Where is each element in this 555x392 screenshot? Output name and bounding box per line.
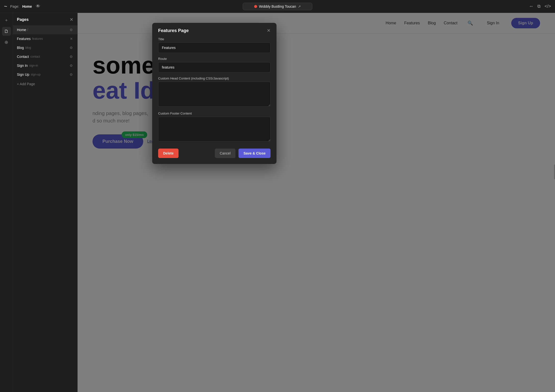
page-item-signup-route: sign-up bbox=[31, 73, 41, 76]
title-field-group: Title bbox=[158, 37, 271, 53]
page-item-signup[interactable]: Sign Up sign-up ⚙ bbox=[13, 70, 77, 79]
page-item-blog[interactable]: Blog blog ⚙ bbox=[13, 43, 77, 52]
page-item-signup-actions: ⚙ bbox=[69, 72, 73, 77]
modal-header: Features Page ✕ bbox=[152, 23, 277, 37]
page-item-blog-actions: ⚙ bbox=[69, 45, 73, 50]
page-item-blog-settings-icon[interactable]: ⚙ bbox=[69, 45, 73, 50]
modal-title: Features Page bbox=[158, 28, 189, 33]
page-item-contact-actions: ⚙ bbox=[69, 54, 73, 59]
page-item-signin-route: sign-in bbox=[29, 64, 38, 67]
page-item-home-actions: ⚙ bbox=[69, 27, 73, 32]
page-item-signin-name: Sign In bbox=[17, 64, 28, 68]
modal-body: Title Route Custom Head Content (includi… bbox=[152, 37, 277, 149]
title-field-label: Title bbox=[158, 37, 271, 41]
page-item-contact-name: Contact bbox=[17, 55, 29, 59]
delete-button[interactable]: Delete bbox=[158, 149, 179, 158]
save-close-button[interactable]: Save & Close bbox=[238, 149, 271, 158]
page-item-contact-settings-icon[interactable]: ⚙ bbox=[69, 54, 73, 59]
custom-footer-field-group: Custom Footer Content bbox=[158, 112, 271, 143]
page-item-features-actions: ✕ bbox=[69, 36, 73, 41]
modal-actions: Delete Cancel Save & Close bbox=[152, 149, 277, 164]
current-page-name: Home bbox=[22, 4, 32, 8]
topbar-right-actions: ↔ ⧉ </> bbox=[529, 4, 551, 9]
page-item-signin-actions: ⚙ bbox=[69, 63, 73, 68]
main-preview-area: Home Features Blog Contact 🔍 Sign In Sig… bbox=[78, 13, 555, 392]
page-item-features-route: features bbox=[32, 37, 43, 40]
page-item-features-name: Features bbox=[17, 37, 31, 41]
code-icon[interactable]: </> bbox=[545, 4, 551, 9]
topbar: ~ Page: Home 👁 Wobbly Bustling Toucan ↗ … bbox=[0, 0, 555, 13]
page-item-contact-route: contact bbox=[30, 55, 40, 58]
site-status-dot bbox=[254, 5, 257, 8]
page-settings-icon[interactable]: ⚙ bbox=[69, 27, 73, 32]
pages-panel-close-button[interactable]: ✕ bbox=[70, 17, 73, 22]
page-item-home-slash: / bbox=[26, 28, 28, 32]
logo-icon[interactable]: ~ bbox=[4, 3, 7, 10]
features-page-modal: Features Page ✕ Title Route bbox=[152, 23, 277, 164]
pages-panel-title: Pages bbox=[17, 17, 29, 22]
modal-overlay: Features Page ✕ Title Route bbox=[78, 13, 555, 392]
custom-head-field-label: Custom Head Content (including CSS/Javas… bbox=[158, 77, 271, 80]
page-item-signin-settings-icon[interactable]: ⚙ bbox=[69, 63, 73, 68]
page-item-signup-name: Sign Up bbox=[17, 73, 29, 77]
add-block-icon-btn[interactable]: ⊕ bbox=[2, 38, 11, 47]
custom-footer-field-label: Custom Footer Content bbox=[158, 112, 271, 115]
page-item-signin[interactable]: Sign In sign-in ⚙ bbox=[13, 61, 77, 70]
page-item-blog-route: blog bbox=[25, 46, 31, 49]
topbar-center: Wobbly Bustling Toucan ↗ bbox=[243, 3, 312, 10]
page-label: Page: bbox=[10, 4, 19, 8]
arrows-icon[interactable]: ↔ bbox=[529, 4, 533, 9]
site-name: Wobbly Bustling Toucan bbox=[259, 4, 296, 8]
custom-footer-textarea[interactable] bbox=[158, 117, 271, 142]
route-field-group: Route bbox=[158, 57, 271, 73]
external-link-icon[interactable]: ↗ bbox=[298, 4, 301, 8]
pages-icon-btn[interactable]: 🗋 bbox=[2, 27, 11, 36]
copy-icon[interactable]: ⧉ bbox=[537, 4, 541, 9]
route-input[interactable] bbox=[158, 62, 271, 73]
page-item-contact[interactable]: Contact contact ⚙ bbox=[13, 52, 77, 61]
page-item-blog-name: Blog bbox=[17, 46, 24, 50]
custom-head-textarea[interactable] bbox=[158, 82, 271, 107]
page-item-home[interactable]: Home / ⚙ bbox=[13, 25, 77, 34]
page-item-signup-settings-icon[interactable]: ⚙ bbox=[69, 72, 73, 77]
eye-icon[interactable]: 👁 bbox=[36, 4, 40, 9]
page-item-features-close-icon[interactable]: ✕ bbox=[69, 36, 73, 41]
pages-panel: Pages ✕ Home / ⚙ Features features ✕ Blo… bbox=[13, 13, 78, 392]
route-field-label: Route bbox=[158, 57, 271, 61]
site-name-pill[interactable]: Wobbly Bustling Toucan ↗ bbox=[243, 3, 312, 10]
page-item-features[interactable]: Features features ✕ bbox=[13, 34, 77, 43]
add-section-icon-btn[interactable]: + bbox=[2, 16, 11, 25]
custom-head-field-group: Custom Head Content (including CSS/Javas… bbox=[158, 77, 271, 108]
pages-panel-header: Pages ✕ bbox=[13, 13, 77, 25]
cancel-button[interactable]: Cancel bbox=[215, 149, 236, 158]
title-input[interactable] bbox=[158, 42, 271, 53]
sidebar-icon-strip: + 🗋 ⊕ bbox=[0, 13, 13, 392]
app-layout: + 🗋 ⊕ Pages ✕ Home / ⚙ Features features… bbox=[0, 0, 555, 392]
page-item-home-name: Home bbox=[17, 28, 26, 32]
add-page-button[interactable]: + Add Page bbox=[13, 79, 77, 89]
modal-close-button[interactable]: ✕ bbox=[267, 28, 271, 33]
